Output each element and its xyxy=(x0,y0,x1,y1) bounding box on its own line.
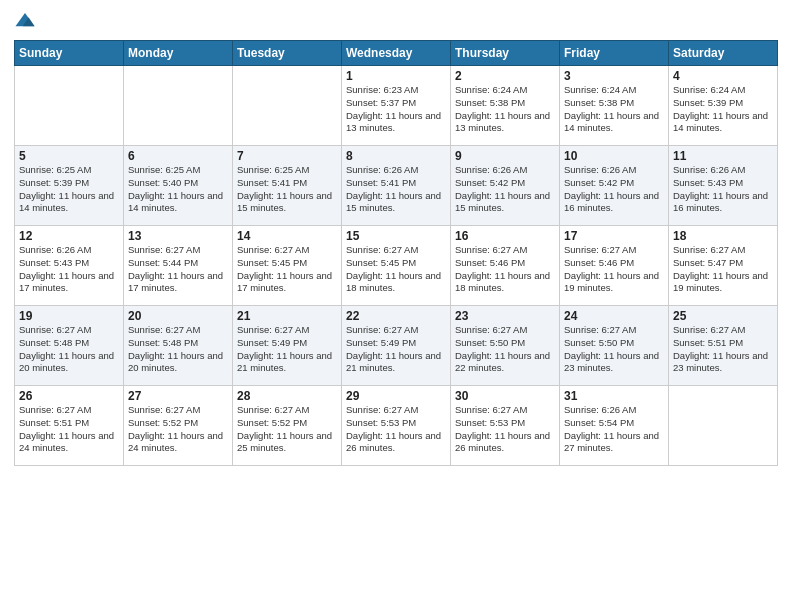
calendar-day-header: Sunday xyxy=(15,41,124,66)
day-info: Sunrise: 6:26 AMSunset: 5:43 PMDaylight:… xyxy=(19,244,119,295)
calendar-cell: 5Sunrise: 6:25 AMSunset: 5:39 PMDaylight… xyxy=(15,146,124,226)
calendar-cell: 23Sunrise: 6:27 AMSunset: 5:50 PMDayligh… xyxy=(451,306,560,386)
day-number: 6 xyxy=(128,149,228,163)
day-info: Sunrise: 6:24 AMSunset: 5:38 PMDaylight:… xyxy=(455,84,555,135)
day-info: Sunrise: 6:27 AMSunset: 5:51 PMDaylight:… xyxy=(673,324,773,375)
day-number: 11 xyxy=(673,149,773,163)
day-number: 12 xyxy=(19,229,119,243)
day-number: 3 xyxy=(564,69,664,83)
day-info: Sunrise: 6:27 AMSunset: 5:53 PMDaylight:… xyxy=(346,404,446,455)
day-number: 27 xyxy=(128,389,228,403)
day-number: 4 xyxy=(673,69,773,83)
calendar-cell: 10Sunrise: 6:26 AMSunset: 5:42 PMDayligh… xyxy=(560,146,669,226)
day-info: Sunrise: 6:25 AMSunset: 5:40 PMDaylight:… xyxy=(128,164,228,215)
calendar-week-row: 19Sunrise: 6:27 AMSunset: 5:48 PMDayligh… xyxy=(15,306,778,386)
day-info: Sunrise: 6:27 AMSunset: 5:49 PMDaylight:… xyxy=(237,324,337,375)
day-info: Sunrise: 6:25 AMSunset: 5:39 PMDaylight:… xyxy=(19,164,119,215)
calendar-cell: 22Sunrise: 6:27 AMSunset: 5:49 PMDayligh… xyxy=(342,306,451,386)
header xyxy=(14,10,778,32)
calendar-cell: 18Sunrise: 6:27 AMSunset: 5:47 PMDayligh… xyxy=(669,226,778,306)
calendar-week-row: 1Sunrise: 6:23 AMSunset: 5:37 PMDaylight… xyxy=(15,66,778,146)
day-info: Sunrise: 6:27 AMSunset: 5:52 PMDaylight:… xyxy=(128,404,228,455)
calendar-cell: 29Sunrise: 6:27 AMSunset: 5:53 PMDayligh… xyxy=(342,386,451,466)
calendar-day-header: Friday xyxy=(560,41,669,66)
calendar-week-row: 5Sunrise: 6:25 AMSunset: 5:39 PMDaylight… xyxy=(15,146,778,226)
day-info: Sunrise: 6:27 AMSunset: 5:44 PMDaylight:… xyxy=(128,244,228,295)
calendar-cell: 27Sunrise: 6:27 AMSunset: 5:52 PMDayligh… xyxy=(124,386,233,466)
calendar-cell: 26Sunrise: 6:27 AMSunset: 5:51 PMDayligh… xyxy=(15,386,124,466)
day-number: 2 xyxy=(455,69,555,83)
calendar-cell: 8Sunrise: 6:26 AMSunset: 5:41 PMDaylight… xyxy=(342,146,451,226)
day-number: 5 xyxy=(19,149,119,163)
calendar-cell: 16Sunrise: 6:27 AMSunset: 5:46 PMDayligh… xyxy=(451,226,560,306)
calendar-cell: 21Sunrise: 6:27 AMSunset: 5:49 PMDayligh… xyxy=(233,306,342,386)
calendar-cell xyxy=(15,66,124,146)
calendar-cell: 20Sunrise: 6:27 AMSunset: 5:48 PMDayligh… xyxy=(124,306,233,386)
day-info: Sunrise: 6:26 AMSunset: 5:42 PMDaylight:… xyxy=(455,164,555,215)
day-number: 30 xyxy=(455,389,555,403)
day-number: 7 xyxy=(237,149,337,163)
day-info: Sunrise: 6:26 AMSunset: 5:41 PMDaylight:… xyxy=(346,164,446,215)
day-number: 15 xyxy=(346,229,446,243)
calendar-cell: 31Sunrise: 6:26 AMSunset: 5:54 PMDayligh… xyxy=(560,386,669,466)
day-number: 29 xyxy=(346,389,446,403)
day-info: Sunrise: 6:27 AMSunset: 5:48 PMDaylight:… xyxy=(128,324,228,375)
calendar-cell: 30Sunrise: 6:27 AMSunset: 5:53 PMDayligh… xyxy=(451,386,560,466)
day-info: Sunrise: 6:24 AMSunset: 5:39 PMDaylight:… xyxy=(673,84,773,135)
day-info: Sunrise: 6:27 AMSunset: 5:49 PMDaylight:… xyxy=(346,324,446,375)
day-info: Sunrise: 6:27 AMSunset: 5:48 PMDaylight:… xyxy=(19,324,119,375)
day-info: Sunrise: 6:27 AMSunset: 5:52 PMDaylight:… xyxy=(237,404,337,455)
day-info: Sunrise: 6:24 AMSunset: 5:38 PMDaylight:… xyxy=(564,84,664,135)
calendar-cell: 2Sunrise: 6:24 AMSunset: 5:38 PMDaylight… xyxy=(451,66,560,146)
calendar-day-header: Monday xyxy=(124,41,233,66)
day-info: Sunrise: 6:27 AMSunset: 5:51 PMDaylight:… xyxy=(19,404,119,455)
day-number: 19 xyxy=(19,309,119,323)
day-number: 20 xyxy=(128,309,228,323)
day-info: Sunrise: 6:27 AMSunset: 5:46 PMDaylight:… xyxy=(564,244,664,295)
calendar-table: SundayMondayTuesdayWednesdayThursdayFrid… xyxy=(14,40,778,466)
calendar-cell: 9Sunrise: 6:26 AMSunset: 5:42 PMDaylight… xyxy=(451,146,560,226)
calendar-cell: 6Sunrise: 6:25 AMSunset: 5:40 PMDaylight… xyxy=(124,146,233,226)
calendar-cell xyxy=(124,66,233,146)
day-number: 10 xyxy=(564,149,664,163)
day-number: 28 xyxy=(237,389,337,403)
calendar-cell: 17Sunrise: 6:27 AMSunset: 5:46 PMDayligh… xyxy=(560,226,669,306)
day-number: 25 xyxy=(673,309,773,323)
day-number: 31 xyxy=(564,389,664,403)
calendar-cell: 24Sunrise: 6:27 AMSunset: 5:50 PMDayligh… xyxy=(560,306,669,386)
day-number: 14 xyxy=(237,229,337,243)
calendar-week-row: 26Sunrise: 6:27 AMSunset: 5:51 PMDayligh… xyxy=(15,386,778,466)
calendar-cell: 7Sunrise: 6:25 AMSunset: 5:41 PMDaylight… xyxy=(233,146,342,226)
calendar-cell: 12Sunrise: 6:26 AMSunset: 5:43 PMDayligh… xyxy=(15,226,124,306)
calendar-cell: 15Sunrise: 6:27 AMSunset: 5:45 PMDayligh… xyxy=(342,226,451,306)
day-info: Sunrise: 6:26 AMSunset: 5:43 PMDaylight:… xyxy=(673,164,773,215)
logo xyxy=(14,10,38,32)
calendar-cell: 11Sunrise: 6:26 AMSunset: 5:43 PMDayligh… xyxy=(669,146,778,226)
day-number: 16 xyxy=(455,229,555,243)
day-info: Sunrise: 6:27 AMSunset: 5:47 PMDaylight:… xyxy=(673,244,773,295)
day-info: Sunrise: 6:27 AMSunset: 5:45 PMDaylight:… xyxy=(346,244,446,295)
day-number: 23 xyxy=(455,309,555,323)
calendar-cell: 1Sunrise: 6:23 AMSunset: 5:37 PMDaylight… xyxy=(342,66,451,146)
day-info: Sunrise: 6:27 AMSunset: 5:50 PMDaylight:… xyxy=(564,324,664,375)
calendar-cell: 3Sunrise: 6:24 AMSunset: 5:38 PMDaylight… xyxy=(560,66,669,146)
day-info: Sunrise: 6:23 AMSunset: 5:37 PMDaylight:… xyxy=(346,84,446,135)
calendar-cell: 4Sunrise: 6:24 AMSunset: 5:39 PMDaylight… xyxy=(669,66,778,146)
calendar-cell xyxy=(669,386,778,466)
calendar-header-row: SundayMondayTuesdayWednesdayThursdayFrid… xyxy=(15,41,778,66)
day-info: Sunrise: 6:27 AMSunset: 5:50 PMDaylight:… xyxy=(455,324,555,375)
calendar-week-row: 12Sunrise: 6:26 AMSunset: 5:43 PMDayligh… xyxy=(15,226,778,306)
calendar-day-header: Tuesday xyxy=(233,41,342,66)
day-number: 18 xyxy=(673,229,773,243)
day-info: Sunrise: 6:27 AMSunset: 5:53 PMDaylight:… xyxy=(455,404,555,455)
day-info: Sunrise: 6:25 AMSunset: 5:41 PMDaylight:… xyxy=(237,164,337,215)
calendar-day-header: Saturday xyxy=(669,41,778,66)
calendar-cell xyxy=(233,66,342,146)
day-number: 17 xyxy=(564,229,664,243)
day-number: 22 xyxy=(346,309,446,323)
page: SundayMondayTuesdayWednesdayThursdayFrid… xyxy=(0,0,792,612)
day-info: Sunrise: 6:26 AMSunset: 5:54 PMDaylight:… xyxy=(564,404,664,455)
logo-icon xyxy=(14,10,36,32)
calendar-day-header: Thursday xyxy=(451,41,560,66)
calendar-day-header: Wednesday xyxy=(342,41,451,66)
